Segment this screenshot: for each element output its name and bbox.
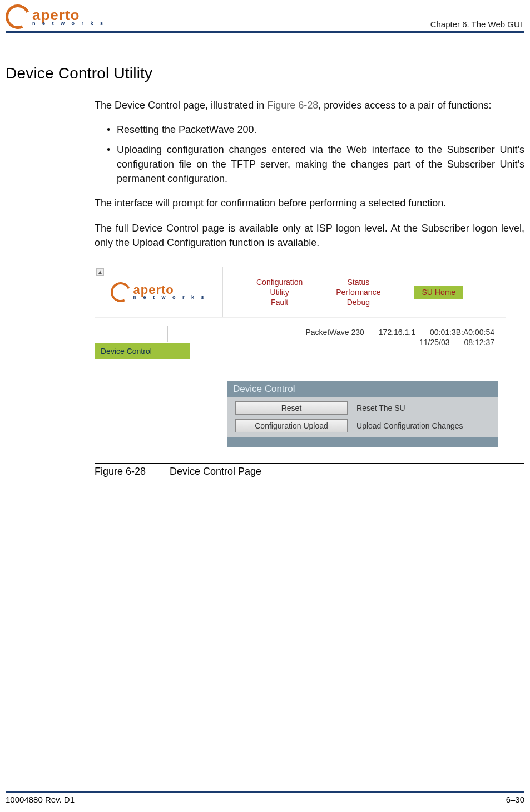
nav-link-debug[interactable]: Debug [347, 298, 370, 307]
nav-link-performance[interactable]: Performance [336, 288, 380, 297]
nav-link-utility[interactable]: Utility [270, 288, 289, 297]
body-text: The Device Control page, illustrated in … [95, 98, 524, 250]
config-upload-button[interactable]: Configuration Upload [235, 419, 348, 432]
logo-sub: n e t w o r k s [133, 295, 206, 300]
page-footer: 10004880 Rev. D1 6–30 [6, 791, 524, 804]
swoosh-icon [2, 1, 33, 32]
su-home-button[interactable]: SU Home [414, 286, 463, 299]
page-header: aperto n e t w o r k s Chapter 6. The We… [6, 0, 524, 33]
swoosh-icon [108, 279, 133, 305]
logo-sub: n e t w o r k s [32, 21, 106, 26]
figure-number: Figure 6-28 [95, 466, 167, 478]
device-info: PacketWave 230 172.16.1.1 00:01:3B:A0:00… [223, 326, 506, 350]
device-mac: 00:01:3B:A0:00:54 [430, 328, 494, 337]
aperto-logo: aperto n e t w o r k s [6, 4, 106, 29]
screenshot-logo-cell: ▲ aperto n e t w o r k s [95, 267, 223, 317]
device-control-screenshot: ▲ aperto n e t w o r k s Configuration U… [95, 267, 506, 447]
intro-paragraph: The Device Control page, illustrated in … [95, 98, 524, 112]
nav-link-status[interactable]: Status [348, 278, 370, 287]
aperto-logo-small: aperto n e t w o r k s [111, 282, 206, 302]
paragraph: The interface will prompt for confirmati… [95, 196, 524, 210]
figure-reference-link[interactable]: Figure 6-28 [267, 100, 318, 111]
nav-link-configuration[interactable]: Configuration [256, 278, 303, 287]
logo-brand: aperto [32, 8, 106, 22]
vertical-separator [167, 326, 223, 342]
list-item: Resetting the PacketWave 200. [107, 122, 524, 137]
section-rule [6, 61, 524, 61]
panel-footer-bar [227, 437, 498, 447]
top-nav: Configuration Utility Fault Status Perfo… [223, 267, 506, 317]
panel-title: Device Control [227, 381, 498, 397]
config-upload-desc: Upload Configuration Changes [352, 417, 494, 435]
chapter-label: Chapter 6. The Web GUI [430, 19, 524, 29]
nav-col-1: Configuration Utility Fault [256, 278, 303, 307]
device-model: PacketWave 230 [306, 328, 364, 337]
figure-caption: Figure 6-28 Device Control Page [95, 466, 524, 478]
nav-col-2: Status Performance Debug [336, 278, 380, 307]
nav-link-fault[interactable]: Fault [271, 298, 288, 307]
bullet-list: Resetting the PacketWave 200. Uploading … [107, 122, 524, 186]
footer-page: 6–30 [506, 795, 524, 804]
figure-rule [95, 463, 524, 464]
table-row: Reset Reset The SU [231, 399, 494, 417]
device-ip: 172.16.1.1 [379, 328, 415, 337]
intro-after: , provides access to a pair of functions… [318, 100, 491, 111]
table-row: Configuration Upload Upload Configuratio… [231, 417, 494, 435]
device-control-tab[interactable]: Device Control [95, 343, 190, 359]
list-item: Uploading configuration changes entered … [107, 142, 524, 186]
figure-title: Device Control Page [170, 466, 261, 477]
scroll-up-icon[interactable]: ▲ [96, 268, 104, 276]
paragraph: The full Device Control page is availabl… [95, 221, 524, 250]
reset-desc: Reset The SU [352, 399, 494, 417]
screenshot-container: ▲ aperto n e t w o r k s Configuration U… [95, 267, 506, 447]
reset-button[interactable]: Reset [235, 401, 348, 415]
footer-rev: 10004880 Rev. D1 [6, 795, 75, 804]
panel-table: Reset Reset The SU Configuration Upload … [231, 399, 494, 435]
sidebar-spacer [190, 376, 223, 387]
device-control-panel: Device Control Reset Reset The SU Config… [227, 381, 498, 447]
section-title: Device Control Utility [6, 65, 524, 82]
intro-before: The Device Control page, illustrated in [95, 100, 267, 111]
device-time: 08:12:37 [464, 338, 495, 347]
device-date: 11/25/03 [419, 338, 450, 347]
